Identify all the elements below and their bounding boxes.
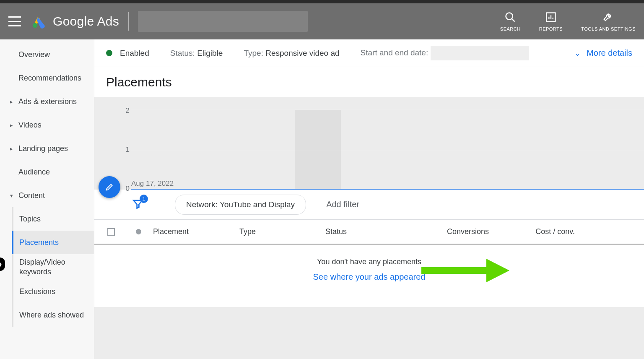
divider <box>128 12 129 31</box>
col-cost-per-conv[interactable]: Cost / conv. <box>493 227 579 236</box>
sidebar-item-recommendations[interactable]: Recommendations <box>0 66 94 90</box>
sidebar-sub-exclusions[interactable]: Exclusions <box>13 280 94 303</box>
tools-label: TOOLS AND SETTINGS <box>581 26 636 31</box>
type-value: Responsive video ad <box>265 49 339 57</box>
dot-icon <box>136 229 141 234</box>
date-kv: Start and end date: <box>361 46 529 60</box>
col-conversions[interactable]: Conversions <box>407 227 493 236</box>
ytick-1: 1 <box>126 146 130 154</box>
ytick-2: 2 <box>126 107 130 115</box>
main-pane: Enabled Status: Eligible Type: Responsiv… <box>94 39 644 359</box>
select-all-checkbox[interactable] <box>94 228 128 236</box>
svg-line-2 <box>512 19 515 22</box>
status-dot-header <box>128 229 149 234</box>
page-title-bar: Placements <box>94 67 644 97</box>
gridline <box>131 150 644 150</box>
more-details-label: More details <box>587 48 632 58</box>
see-where-ads-appeared-link[interactable]: See where your ads appeared <box>313 272 426 281</box>
empty-state: You don't have any placements See where … <box>94 245 644 307</box>
date-key: Start and end date: <box>361 48 428 57</box>
chevron-down-icon: ⌄ <box>574 49 581 58</box>
reports-label: REPORTS <box>539 26 563 31</box>
filter-funnel-button[interactable]: 1 <box>132 198 144 211</box>
header-bar: Google Ads SEARCH REPORTS TOOLS AND SETT… <box>0 3 644 39</box>
enabled-dot-icon <box>106 50 112 56</box>
status-value: Eligible <box>197 49 223 57</box>
sidebar-sub-display-video-keywords[interactable]: Display/Video keywords <box>13 254 94 280</box>
tools-settings-tool[interactable]: TOOLS AND SETTINGS <box>581 11 636 31</box>
sidebar-sub-where-ads-showed[interactable]: Where ads showed <box>13 303 94 327</box>
brand-google: Google <box>53 14 94 28</box>
account-selector[interactable] <box>138 11 308 32</box>
reports-icon <box>545 11 557 23</box>
brand-ads: Ads <box>97 14 119 28</box>
type-key: Type: <box>244 49 263 57</box>
svg-point-1 <box>506 13 513 20</box>
col-type[interactable]: Type <box>235 227 321 236</box>
sidebar-item-overview[interactable]: Overview <box>0 43 94 66</box>
sidebar-item-audience[interactable]: Audience <box>0 160 94 184</box>
filter-bar: 1 Network: YouTube and Display Add filte… <box>94 190 644 220</box>
sidebar-expand-handle[interactable]: ❯ <box>0 258 5 271</box>
wrench-icon <box>602 11 614 23</box>
sidebar-item-landing-pages[interactable]: Landing pages <box>0 137 94 160</box>
filter-count-badge: 1 <box>140 195 148 203</box>
add-filter-button[interactable]: Add filter <box>326 200 359 209</box>
sidebar-item-videos[interactable]: Videos <box>0 113 94 137</box>
header-tools: SEARCH REPORTS TOOLS AND SETTINGS <box>500 11 636 31</box>
status-kv: Status: Eligible <box>170 49 223 58</box>
sidebar-item-content[interactable]: Content <box>0 184 94 207</box>
status-row: Enabled Status: Eligible Type: Responsiv… <box>94 39 644 67</box>
status-key: Status: <box>170 49 195 57</box>
brand-text: Google Ads <box>53 14 119 29</box>
col-placement[interactable]: Placement <box>149 227 235 236</box>
search-icon <box>504 11 516 23</box>
chart-plot[interactable] <box>131 110 644 190</box>
sidebar-content-group: Topics Placements Display/Video keywords… <box>12 207 94 327</box>
sidebar-item-ads-extensions[interactable]: Ads & extensions <box>0 90 94 113</box>
hamburger-icon[interactable] <box>8 16 21 26</box>
top-strip <box>0 0 644 3</box>
sidebar: ❯ Overview Recommendations Ads & extensi… <box>0 39 94 359</box>
type-kv: Type: Responsive video ad <box>244 49 339 58</box>
reports-tool[interactable]: REPORTS <box>539 11 563 31</box>
chart-hover-band <box>295 110 341 189</box>
ytick-0: 0 <box>126 185 130 193</box>
sidebar-sub-topics[interactable]: Topics <box>13 207 94 231</box>
sidebar-sub-placements[interactable]: Placements <box>13 231 94 254</box>
date-value-redacted <box>431 46 529 60</box>
empty-message: You don't have any placements <box>94 258 644 266</box>
layout: ❯ Overview Recommendations Ads & extensi… <box>0 39 644 359</box>
col-status[interactable]: Status <box>321 227 407 236</box>
table-header: Placement Type Status Conversions Cost /… <box>94 220 644 245</box>
filter-chip-network[interactable]: Network: YouTube and Display <box>175 195 306 215</box>
x-axis-label: Aug 17, 2022 <box>131 180 174 188</box>
page-title: Placements <box>106 75 172 89</box>
search-label: SEARCH <box>500 26 521 31</box>
annotation-arrow <box>421 262 514 278</box>
chart-area: 2 1 0 Aug 17, 2022 <box>94 97 644 190</box>
search-tool[interactable]: SEARCH <box>500 11 521 31</box>
gridline <box>131 110 644 110</box>
enabled-label: Enabled <box>120 49 149 58</box>
add-placement-fab[interactable] <box>99 176 120 198</box>
pencil-icon <box>105 182 114 192</box>
svg-point-0 <box>33 23 37 28</box>
more-details-link[interactable]: ⌄ More details <box>574 48 632 58</box>
google-ads-logo <box>31 13 47 29</box>
